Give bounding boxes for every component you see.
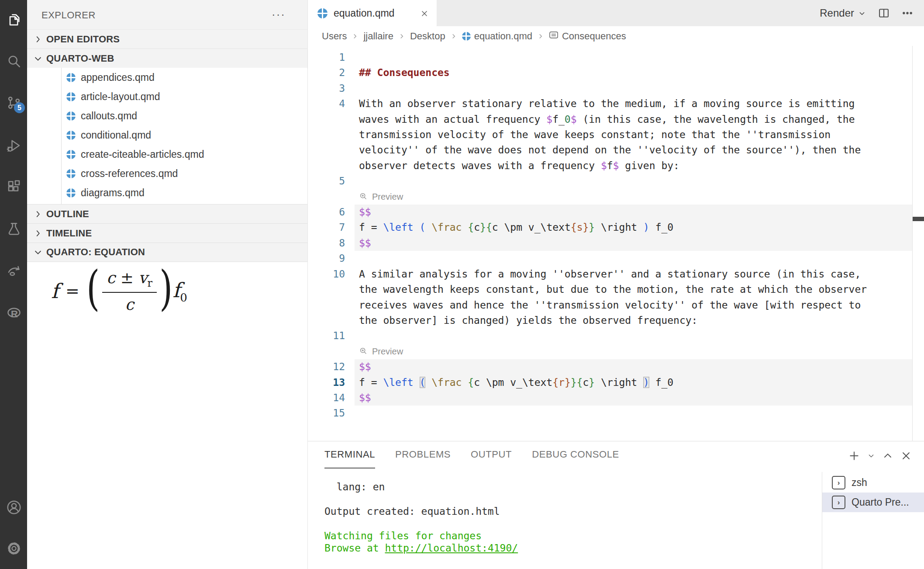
code-content: Preview [345, 344, 403, 359]
file-item[interactable]: create-citeable-articles.qmd [27, 145, 307, 164]
panel-tab-problems[interactable]: PROBLEMS [395, 441, 451, 468]
line-number: 1 [308, 50, 345, 65]
terminal-dropdown-icon[interactable] [868, 452, 875, 459]
terminal-link[interactable]: http://localhost:4190/ [385, 542, 518, 554]
code-content: $$ [345, 236, 873, 251]
editor-group: equation.qmd Render UsersjjallaireDeskto… [308, 0, 924, 441]
rendered-equation: f = ( c ± vr c ) f0 [51, 269, 187, 313]
split-editor-icon[interactable] [878, 7, 890, 19]
breadcrumb-separator-icon [398, 32, 406, 40]
codelens-row[interactable]: Preview [308, 189, 913, 205]
breadcrumb-item[interactable]: jjallaire [363, 31, 393, 42]
code-line[interactable]: 13f = \left ( \frac {c \pm v_\text{r}}{c… [308, 375, 913, 390]
activity-r-lang-icon[interactable]: R [6, 303, 22, 323]
codelens-preview-link[interactable]: Preview [372, 189, 403, 205]
section-quarto-equation[interactable]: QUARTO: EQUATION [27, 243, 307, 262]
section-outline[interactable]: OUTLINE [27, 204, 307, 223]
breadcrumb-label: jjallaire [363, 31, 393, 42]
code-editor[interactable]: 12## Consequences34With an observer stat… [308, 46, 913, 441]
section-timeline[interactable]: TIMELINE [27, 223, 307, 243]
code-line[interactable]: 12$$ [308, 359, 913, 375]
close-panel-icon[interactable] [901, 451, 911, 461]
panel-tab-terminal[interactable]: TERMINAL [324, 441, 375, 468]
code-line[interactable]: 8$$ [308, 236, 913, 251]
code-line[interactable]: 5 [308, 173, 913, 189]
render-button[interactable]: Render [820, 7, 866, 19]
code-content [345, 406, 873, 421]
file-item[interactable]: diagrams.qmd [27, 183, 307, 202]
code-line[interactable]: 7f = \left ( \frac {c}{c \pm v_\text{s}}… [308, 220, 913, 235]
terminal-output[interactable]: lang: en Output created: equation.html W… [324, 481, 814, 554]
code-content: ## Consequences [345, 65, 873, 80]
more-actions-icon[interactable] [901, 7, 914, 19]
section-workspace[interactable]: QUARTO-WEB [27, 49, 307, 68]
file-item[interactable]: callouts.qmd [27, 106, 307, 125]
code-line[interactable]: 10A similar analysis for a moving ''obse… [308, 267, 913, 329]
code-line[interactable]: 11 [308, 328, 913, 343]
close-tab-icon[interactable] [420, 9, 429, 18]
activity-source-control-icon[interactable]: 5 [6, 93, 22, 112]
breadcrumb-item[interactable]: equation.qmd [462, 31, 532, 42]
terminal-instance-label: Quarto Pre... [852, 496, 909, 508]
codelens-row[interactable]: Preview [308, 344, 913, 359]
breadcrumb-label: Consequences [562, 31, 626, 42]
code-content [345, 50, 873, 65]
quarto-file-icon [462, 32, 471, 41]
explorer-sidebar: EXPLORER ··· OPEN EDITORS QUARTO-WEB app… [27, 0, 308, 569]
file-item[interactable]: appendices.qmd [27, 68, 307, 87]
code-line[interactable]: 15 [308, 406, 913, 421]
breadcrumb-separator-icon [351, 32, 359, 40]
line-number: 12 [308, 359, 345, 375]
code-content [345, 81, 873, 96]
activity-search-icon[interactable] [6, 52, 22, 71]
panel-tab-debug-console[interactable]: DEBUG CONSOLE [532, 441, 619, 468]
quarto-file-icon [66, 73, 76, 82]
terminal-line [324, 493, 814, 505]
chevron-down-icon [858, 9, 866, 17]
code-line[interactable]: 6$$ [308, 205, 913, 220]
section-open-editors[interactable]: OPEN EDITORS [27, 29, 307, 49]
codelens-preview-link[interactable]: Preview [372, 344, 403, 359]
breadcrumb-label: Desktop [410, 31, 445, 42]
line-number: 11 [308, 328, 345, 343]
tab-bar: equation.qmd Render [308, 0, 924, 27]
activity-extensions-icon[interactable] [6, 177, 22, 197]
activity-run-debug-icon[interactable] [6, 136, 22, 155]
maximize-panel-icon[interactable] [883, 451, 893, 461]
line-number: 4 [308, 96, 345, 173]
tab-equation-qmd[interactable]: equation.qmd [308, 0, 437, 27]
activity-settings-icon[interactable] [6, 539, 22, 558]
new-terminal-icon[interactable] [848, 450, 860, 461]
file-name: appendices.qmd [81, 72, 155, 83]
code-line[interactable]: 14$$ [308, 390, 913, 406]
code-content [345, 328, 873, 343]
explorer-more-icon[interactable]: ··· [272, 8, 286, 21]
code-line[interactable]: 3 [308, 81, 913, 96]
terminal-instance[interactable]: ›Quarto Pre... [822, 493, 924, 512]
terminal-instance-label: zsh [852, 477, 867, 489]
code-line[interactable]: 1 [308, 50, 913, 65]
indent-guide [61, 68, 62, 205]
section-symbol-icon [549, 31, 559, 42]
breadcrumb-item[interactable]: Consequences [549, 31, 626, 42]
terminal-instance[interactable]: ›zsh [822, 473, 924, 493]
activity-explorer-icon[interactable] [6, 10, 22, 29]
activity-quarto-icon[interactable] [6, 261, 22, 281]
overview-ruler[interactable] [912, 46, 924, 441]
breadcrumb-item[interactable]: Users [322, 31, 347, 42]
file-name: create-citeable-articles.qmd [81, 149, 204, 160]
panel-tab-output[interactable]: OUTPUT [471, 441, 512, 468]
activity-testing-icon[interactable] [6, 219, 22, 239]
file-item[interactable]: article-layout.qmd [27, 87, 307, 106]
breadcrumb-item[interactable]: Desktop [410, 31, 445, 42]
code-line[interactable]: 9 [308, 251, 913, 266]
terminal-icon: › [832, 476, 845, 489]
file-name: article-layout.qmd [81, 91, 160, 103]
file-item[interactable]: conditional.qmd [27, 125, 307, 145]
code-line[interactable]: 2## Consequences [308, 65, 913, 80]
activity-account-icon[interactable] [6, 498, 22, 517]
code-line[interactable]: 4With an observer stationary relative to… [308, 96, 913, 173]
svg-text:R: R [11, 309, 18, 319]
line-number [308, 344, 345, 359]
file-item[interactable]: cross-references.qmd [27, 164, 307, 183]
